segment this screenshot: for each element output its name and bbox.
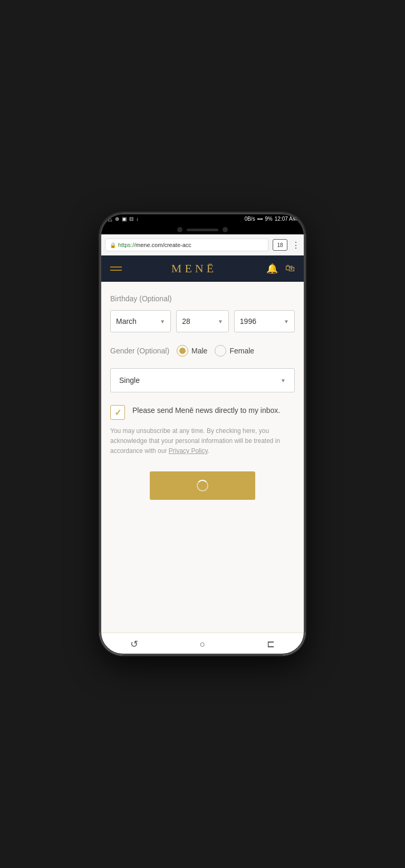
hamburger-menu[interactable] [110,267,122,271]
url-domain: mene.com/create-acc [136,242,191,248]
female-radio-group[interactable]: Female [215,345,254,357]
speaker [187,229,218,231]
bottom-nav: ↺ ○ ⊏ [100,633,305,655]
recent-apps-button[interactable]: ⊏ [267,638,275,650]
camera-dot-right [223,227,228,232]
url-bar[interactable]: 🔒 https://mene.com/create-acc [105,239,268,251]
nav-bar: MENĒ 🔔 🛍 [100,255,305,282]
notification-bell-icon[interactable]: 🔔 [266,263,278,274]
nav-icons: 🔔 🛍 [266,263,295,274]
mene-logo[interactable]: MENĒ [171,262,217,275]
month-value: March [116,317,137,326]
year-select[interactable]: 1996 ▼ [234,310,295,332]
month-select[interactable]: March ▼ [110,310,171,332]
download-icon: ↓ [136,216,139,222]
browser-icons: 18 ⋮ [273,239,300,251]
tab-button[interactable]: 18 [273,239,287,251]
gender-label: Gender (Optional) [110,347,169,355]
battery-icon: ⊟ [129,216,133,222]
male-radio-selected [179,348,186,354]
male-radio-button[interactable] [177,345,188,357]
year-value: 1996 [240,317,256,326]
status-icons-left: △ ⊕ ▣ ⊟ ↓ [108,216,139,222]
url-https: https:// [118,242,136,248]
screen-icon: ▣ [122,216,127,222]
female-radio-button[interactable] [215,345,226,357]
year-chevron-icon: ▼ [284,319,289,324]
tab-number: 18 [277,242,283,248]
submit-button[interactable] [150,471,255,500]
page-body: Birthday (Optional) March ▼ 28 ▼ 1996 ▼ … [100,282,305,633]
back-button[interactable]: ↺ [130,638,138,650]
relationship-value: Single [119,376,140,384]
male-radio-group[interactable]: Male [177,345,207,357]
whatsapp-icon: ⊕ [115,216,119,222]
newsletter-text: Please send Menē news directly to my inb… [132,405,280,416]
month-chevron-icon: ▼ [160,319,165,324]
newsletter-checkbox-row: ✓ Please send Menē news directly to my i… [110,405,295,420]
cart-icon[interactable]: 🛍 [285,263,295,274]
female-label: Female [229,347,254,355]
signal-icon: ▪▪▪ [257,216,263,222]
url-text: https://mene.com/create-acc [118,242,191,248]
browser-bar: 🔒 https://mene.com/create-acc 18 ⋮ [100,234,305,255]
gender-row: Gender (Optional) Male Female [110,345,295,357]
hamburger-line [110,270,122,271]
male-label: Male [191,347,207,355]
clock: 12:07 AM [275,216,297,222]
status-bar: △ ⊕ ▣ ⊟ ↓ 0B/s ▪▪▪ 9% 12:07 AM [100,213,305,225]
loading-spinner-icon [197,480,208,491]
day-chevron-icon: ▼ [218,319,223,324]
newsletter-checkbox[interactable]: ✓ [110,405,125,420]
privacy-policy-link[interactable]: Privacy Policy [169,447,208,455]
checkmark-icon: ✓ [114,408,121,418]
notification-icon: △ [108,216,112,222]
hamburger-line [110,267,122,268]
privacy-text: You may unsubscribe at any time. By chec… [110,426,295,457]
phone-content: MENĒ 🔔 🛍 Birthday (Optional) March ▼ 28 … [100,255,305,655]
relationship-select[interactable]: Single ▼ [110,368,295,392]
camera-area [100,225,305,234]
camera-dot [177,227,182,232]
privacy-period: . [208,447,209,455]
secure-icon: 🔒 [110,242,116,248]
day-select[interactable]: 28 ▼ [176,310,229,332]
relationship-chevron-icon: ▼ [281,378,286,383]
home-button[interactable]: ○ [200,639,206,650]
battery-level: 9% [265,216,272,222]
network-speed: 0B/s [245,216,255,222]
browser-menu-icon[interactable]: ⋮ [292,240,300,250]
status-icons-right: 0B/s ▪▪▪ 9% 12:07 AM [245,216,297,222]
birthday-row: March ▼ 28 ▼ 1996 ▼ [110,310,295,332]
phone-shell: △ ⊕ ▣ ⊟ ↓ 0B/s ▪▪▪ 9% 12:07 AM 🔒 https:/… [100,213,305,655]
birthday-label: Birthday (Optional) [110,294,295,303]
day-value: 28 [182,317,190,326]
